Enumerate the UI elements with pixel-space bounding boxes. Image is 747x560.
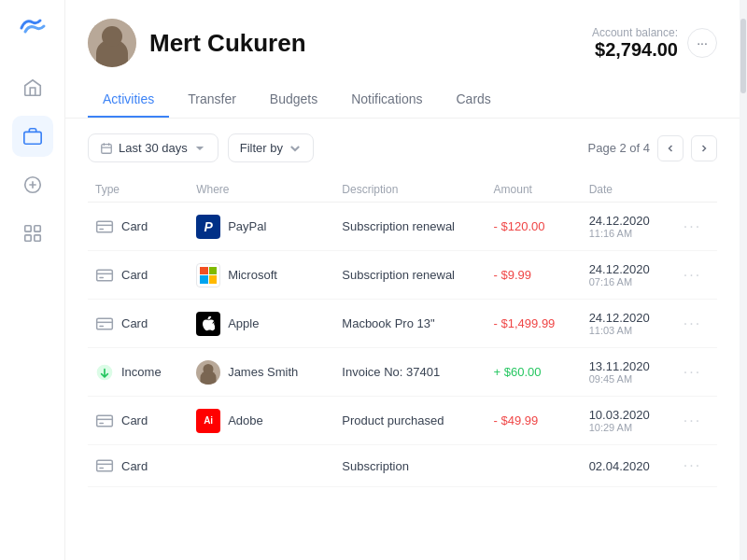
col-description: Description [334,177,486,203]
card-icon [95,266,114,285]
svg-rect-3 [34,226,39,231]
header-right: Account balance: $2,794.00 ··· [592,26,717,61]
row-more-options[interactable]: ··· [676,251,717,300]
tab-activities[interactable]: Activities [88,82,169,118]
filter-by-label: Filter by [240,141,283,155]
type-cell: Card [88,445,189,487]
filters-left: Last 30 days Filter by [88,133,314,162]
sidebar-add[interactable] [12,164,53,205]
apple-logo [196,312,220,336]
where-cell: Ai Adobe [189,397,334,445]
where-cell: Apple [189,300,334,348]
svg-rect-12 [97,460,113,471]
amount-cell: - $1,499.99 [486,300,582,348]
adobe-logo: Ai [196,409,220,433]
username: Mert Cukuren [149,29,306,58]
account-balance: Account balance: $2,794.00 [592,26,678,61]
tab-notifications[interactable]: Notifications [336,82,437,118]
col-type: Type [88,177,189,203]
tab-transfer[interactable]: Transfer [173,82,251,118]
description-cell: Invoice No: 37401 [334,348,486,397]
row-more-options[interactable]: ··· [676,348,717,397]
table-row: Card Apple Macbook Pro 13" - $1,499.99 2… [88,300,717,348]
table-row: Income James Smith Invoice No: 37401 + $… [88,348,717,397]
row-more-options[interactable]: ··· [676,203,717,251]
scrollbar-thumb[interactable] [740,19,746,93]
income-icon [95,363,114,382]
date-filter-label: Last 30 days [119,141,188,155]
amount-cell [486,445,582,487]
where-cell: James Smith [189,348,334,397]
pagination: Page 2 of 4 [588,135,718,161]
row-more-options[interactable]: ··· [676,300,717,348]
balance-label: Account balance: [592,26,678,39]
col-date: Date [582,177,676,203]
more-options-button[interactable]: ··· [687,28,717,58]
row-more-options[interactable]: ··· [676,445,717,487]
type-cell: Income [88,348,189,397]
svg-rect-2 [24,226,30,231]
card-icon [95,217,114,236]
description-cell: Subscription renewal [334,203,486,251]
svg-rect-7 [97,221,113,232]
svg-rect-5 [34,235,39,241]
amount-cell: - $49.99 [486,397,582,445]
where-cell: Microsoft [189,251,334,300]
microsoft-logo [196,263,220,287]
card-icon [95,412,114,430]
table-row: Card Subscription 02.04.2020 ··· [88,445,717,487]
amount-cell: + $60.00 [486,348,582,397]
svg-rect-11 [97,415,113,427]
header: Mert Cukuren Account balance: $2,794.00 … [65,0,740,119]
tab-budgets[interactable]: Budgets [255,82,332,118]
next-page-button[interactable] [691,135,717,161]
scrollbar[interactable] [740,0,747,560]
balance-amount: $2,794.00 [592,39,678,61]
sidebar-work[interactable] [12,116,53,157]
sidebar-grid[interactable] [12,213,53,254]
row-more-options[interactable]: ··· [676,397,717,445]
where-cell: P PayPal [189,203,334,251]
description-cell: Subscription renewal [334,251,486,300]
tab-cards[interactable]: Cards [441,82,505,118]
sidebar-home[interactable] [12,67,53,108]
table-row: Card P PayPal Subscription renewal - $12… [88,203,717,251]
description-cell: Subscription [334,445,486,487]
type-cell: Card [88,203,189,251]
date-cell: 13.11.2020 09:45 AM [582,348,676,397]
table-row: Card Microsoft Subscription renewal - $9… [88,251,717,300]
date-cell: 24.12.2020 07:16 AM [582,251,676,300]
main-content: Mert Cukuren Account balance: $2,794.00 … [65,0,740,560]
james-avatar [196,360,220,385]
amount-cell: - $9.99 [486,251,582,300]
description-cell: Product purchased [334,397,486,445]
col-where: Where [189,177,334,203]
date-cell: 24.12.2020 11:03 AM [582,300,676,348]
svg-rect-6 [102,144,112,153]
filters-row: Last 30 days Filter by Page 2 of 4 [88,133,717,162]
date-cell: 24.12.2020 11:16 AM [582,203,676,251]
type-cell: Card [88,251,189,300]
where-cell [189,445,334,487]
table-row: Card Ai Adobe Product purchased - $49.99… [88,397,717,445]
tabs: Activities Transfer Budgets Notification… [88,82,717,118]
filter-by-button[interactable]: Filter by [228,133,314,162]
pagination-label: Page 2 of 4 [588,141,651,155]
description-cell: Macbook Pro 13" [334,300,486,348]
date-cell: 10.03.2020 10:29 AM [582,397,676,445]
card-icon [95,315,114,333]
svg-rect-9 [97,318,113,329]
col-amount: Amount [486,177,582,203]
prev-page-button[interactable] [657,135,684,161]
profile-row: Mert Cukuren Account balance: $2,794.00 … [88,19,717,67]
app-logo[interactable] [18,15,48,45]
amount-cell: - $120.00 [486,203,582,251]
card-icon [95,456,114,475]
sidebar [0,0,65,560]
content-area: Last 30 days Filter by Page 2 of 4 [65,119,740,560]
type-cell: Card [88,397,189,445]
date-filter-button[interactable]: Last 30 days [88,133,218,162]
type-cell: Card [88,300,189,348]
svg-rect-4 [24,235,30,241]
paypal-logo: P [196,215,220,239]
